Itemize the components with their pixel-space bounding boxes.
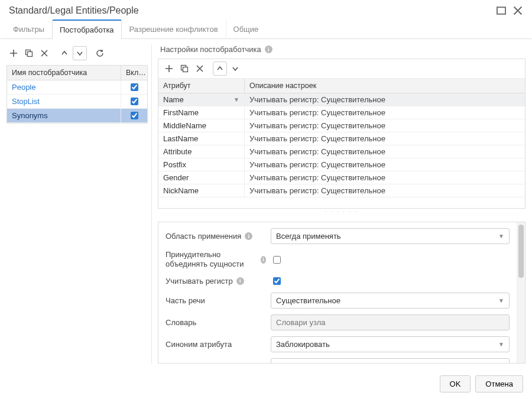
pos-label: Часть речи [166,296,205,305]
attribute-row[interactable]: LastNameУчитывать регистр: Существительн… [158,132,525,145]
attr-col-header[interactable]: Атрибут [158,79,245,93]
splitter[interactable]: · · · · · · [158,209,525,216]
syn-select[interactable]: Заблокировать▼ [271,336,510,352]
desc-col-header[interactable]: Описание настроек [245,79,525,93]
force-merge-checkbox[interactable] [273,256,281,264]
chevron-down-icon: ▼ [233,96,239,103]
scrollbar[interactable] [517,222,525,363]
attribute-name-cell[interactable]: MiddleName [158,119,245,132]
attribute-desc-cell: Учитывать регистр: Существительное [245,145,525,158]
maximize-icon[interactable] [496,5,507,16]
attribute-name-cell[interactable]: Postfix [158,158,245,171]
dialog: Standard/Legal Entities/People Фильтры П… [0,0,532,399]
dict-label: Словарь [166,318,196,327]
settings-form: Область примененияi Всегда применять▼ Пр… [158,222,525,364]
attribute-row[interactable]: FirstNameУчитывать регистр: Существитель… [158,106,525,119]
footer: OK Отмена [1,369,531,398]
chevron-down-icon: ▼ [498,341,504,348]
tab-postprocessing[interactable]: Постобработка [52,20,122,39]
copy-icon[interactable] [22,46,36,60]
chevron-down-icon: ▼ [498,363,504,364]
attr-add-icon[interactable] [162,61,176,76]
attribute-row[interactable]: Name▼Учитывать регистр: Существительное [158,93,525,106]
refresh-icon[interactable] [93,46,107,60]
ok-button[interactable]: OK [440,375,471,392]
attribute-row[interactable]: AttributeУчитывать регистр: Существитель… [158,145,525,158]
attribute-name-cell[interactable]: Name▼ [158,93,245,106]
case-label: Учитывать регистр [166,277,233,286]
attribute-desc-cell: Учитывать регистр: Существительное [245,132,525,145]
info-icon[interactable]: i [265,46,273,53]
attribute-desc-cell: Учитывать регистр: Существительное [245,158,525,171]
tab-conflict-resolution[interactable]: Разрешение конфликтов [122,20,226,39]
titlebar: Standard/Legal Entities/People [1,1,531,20]
dialog-title: Standard/Legal Entities/People [9,5,490,16]
move-up-icon[interactable] [57,46,72,60]
attribute-desc-cell: Учитывать регистр: Существительное [245,119,525,132]
info-icon[interactable]: i [261,256,266,264]
attribute-name-cell[interactable]: Attribute [158,145,245,158]
attr-delete-icon[interactable] [193,61,207,76]
attribute-desc-cell: Учитывать регистр: Существительное [245,184,525,197]
attribute-desc-cell: Учитывать регистр: Существительное [245,106,525,119]
cancel-button[interactable]: Отмена [475,375,523,392]
attr-move-down-icon[interactable] [228,61,242,76]
pos-select[interactable]: Существительное▼ [271,293,510,309]
close-icon[interactable] [512,5,523,16]
dict-field: Словари узла [271,314,510,330]
attribute-name-cell[interactable]: LastName [158,132,245,145]
postprocessor-row[interactable]: People [7,80,147,95]
svg-rect-0 [497,7,505,14]
attribute-row[interactable]: PostfixУчитывать регистр: Существительно… [158,158,525,171]
scope-label: Область применения [166,232,241,241]
right-panel: Настройки постобработчика i Атрибут Опис… [158,45,525,364]
attr-move-up-icon[interactable] [213,61,227,76]
chevron-down-icon: ▼ [498,233,504,239]
attribute-name-cell[interactable]: FirstName [158,106,245,119]
attr-grid-header: Атрибут Описание настроек [158,79,525,93]
attribute-row[interactable]: MiddleNameУчитывать регистр: Существител… [158,119,525,132]
attribute-desc-cell: Учитывать регистр: Существительное [245,171,525,184]
left-toolbar [7,45,148,65]
merge-attr-select[interactable]: Заблокировать▼ [271,358,510,364]
section-title: Настройки постобработчика i [158,45,525,59]
info-icon[interactable]: i [236,277,244,285]
tabs: Фильтры Постобработка Разрешение конфлик… [1,20,531,39]
postprocessor-name[interactable]: Synonyms [7,109,121,122]
chevron-down-icon: ▼ [498,297,504,304]
delete-icon[interactable] [37,46,51,60]
attribute-panel: Атрибут Описание настроек Name▼Учитывать… [158,59,525,209]
case-checkbox[interactable] [273,277,281,285]
postprocessor-row[interactable]: StopList [7,95,147,109]
enabled-checkbox[interactable] [131,98,138,105]
postprocessor-name[interactable]: StopList [7,95,121,108]
postprocessor-grid: Имя постобработчика Вкл… PeopleStopListS… [7,65,148,124]
scope-select[interactable]: Всегда применять▼ [271,228,510,244]
add-icon[interactable] [7,46,21,60]
info-icon[interactable]: i [245,232,252,240]
svg-rect-4 [183,67,188,72]
attribute-name-cell[interactable]: Gender [158,171,245,184]
enabled-checkbox[interactable] [131,112,138,119]
attribute-desc-cell: Учитывать регистр: Существительное [245,93,525,106]
tab-filters[interactable]: Фильтры [5,20,52,39]
postprocessor-row[interactable]: Synonyms [7,109,147,123]
syn-label: Синоним атрибута [166,340,232,349]
left-panel: Имя постобработчика Вкл… PeopleStopListS… [7,45,152,364]
postprocessor-name[interactable]: People [7,80,121,94]
tab-general[interactable]: Общие [226,20,267,39]
col-enabled-header[interactable]: Вкл… [121,66,147,80]
attr-copy-icon[interactable] [177,61,192,76]
merge-attr-label: Объединение атрибута [166,362,249,364]
scroll-thumb[interactable] [518,225,524,278]
content: Имя постобработчика Вкл… PeopleStopListS… [1,39,531,369]
force-merge-label: Принудительно объединять сущности [166,250,257,270]
grid-header: Имя постобработчика Вкл… [7,66,147,80]
enabled-checkbox[interactable] [131,83,138,91]
attribute-name-cell[interactable]: NickName [158,184,245,197]
attr-toolbar [158,59,525,79]
attribute-row[interactable]: NickNameУчитывать регистр: Существительн… [158,184,525,197]
col-name-header[interactable]: Имя постобработчика [7,66,121,80]
attribute-row[interactable]: GenderУчитывать регистр: Существительное [158,171,525,184]
move-down-icon[interactable] [73,46,87,60]
